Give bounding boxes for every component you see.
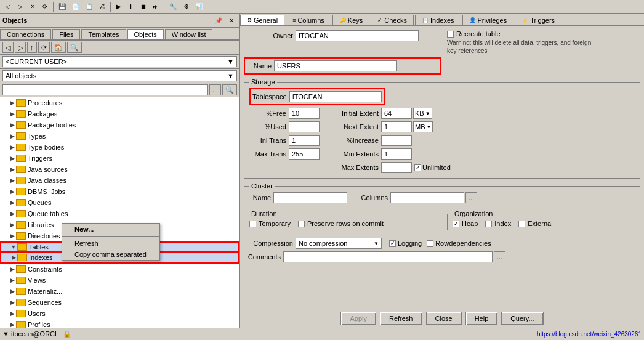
- tree-item-procedures[interactable]: ▶ Procedures: [0, 97, 239, 108]
- recreate-table-checkbox[interactable]: [447, 31, 454, 38]
- folder-icon-package-bodies: [16, 121, 26, 129]
- toolbar-btn-8[interactable]: 🖨: [97, 1, 108, 12]
- query-button[interactable]: Query...: [501, 312, 543, 325]
- tab-general[interactable]: ⚙ General: [240, 15, 284, 25]
- toolbar-btn-10[interactable]: ⏸: [126, 1, 137, 12]
- rowdep-checkbox[interactable]: [427, 240, 433, 247]
- tree-item-dbms-jobs[interactable]: ▶ DBMS_Jobs: [0, 186, 239, 197]
- next-extent-input[interactable]: [381, 121, 412, 132]
- tree-item-java-classes[interactable]: ▶ Java classes: [0, 175, 239, 186]
- search-input[interactable]: [2, 84, 208, 95]
- toolbar-btn-6[interactable]: 📄: [70, 1, 82, 12]
- initial-extent-unit-select[interactable]: KB ▼: [413, 108, 432, 119]
- close-panel-btn[interactable]: ✕: [226, 15, 237, 26]
- pin-btn[interactable]: 📌: [212, 15, 225, 26]
- nav-home-btn[interactable]: 🏠: [51, 42, 66, 53]
- search-icon-btn[interactable]: 🔍: [222, 84, 237, 95]
- tab-indexes[interactable]: 📋 Indexes: [415, 15, 461, 25]
- tab-triggers[interactable]: ⚡ Triggers: [515, 15, 561, 25]
- nav-forward-btn[interactable]: ▷: [15, 42, 26, 53]
- tab-templates[interactable]: Templates: [81, 29, 126, 39]
- index-checkbox[interactable]: [485, 221, 492, 227]
- nav-back-btn[interactable]: ◁: [2, 42, 14, 53]
- toolbar-btn-15[interactable]: 📊: [193, 1, 205, 12]
- toolbar-btn-3[interactable]: ✕: [27, 1, 38, 12]
- toolbar-btn-14[interactable]: ⚙: [180, 1, 191, 12]
- pct-increase-input[interactable]: [381, 135, 412, 146]
- external-checkbox[interactable]: [518, 221, 525, 227]
- preserve-rows-checkbox[interactable]: [298, 221, 305, 227]
- temporary-checkbox[interactable]: [249, 221, 256, 227]
- close-button[interactable]: Close: [426, 312, 462, 325]
- cluster-name-input[interactable]: [273, 192, 347, 203]
- toolbar-btn-7[interactable]: 📋: [83, 1, 95, 12]
- apply-button[interactable]: Apply: [340, 312, 376, 325]
- tab-connections[interactable]: Connections: [0, 29, 51, 39]
- tree-item-queue-tables[interactable]: ▶ Queue tables: [0, 208, 239, 219]
- toolbar-btn-5[interactable]: 💾: [56, 1, 68, 12]
- owner-input[interactable]: [296, 30, 419, 41]
- pct-free-input[interactable]: [289, 108, 320, 119]
- tree-item-profiles[interactable]: ▶ Profiles: [0, 319, 239, 328]
- comments-btn[interactable]: ...: [494, 251, 505, 262]
- tab-privileges[interactable]: 👤 Privileges: [462, 15, 514, 25]
- toolbar-btn-11[interactable]: ⏹: [138, 1, 149, 12]
- toolbar-btn-13[interactable]: 🔧: [167, 1, 179, 12]
- search-more-btn[interactable]: ...: [209, 84, 221, 95]
- max-trans-input[interactable]: [289, 148, 320, 160]
- expand-profiles: ▶: [9, 322, 16, 328]
- unlimited-checkbox[interactable]: [414, 164, 421, 171]
- tree-item-materializ[interactable]: ▶ Materializ...: [0, 286, 239, 297]
- pct-used-input[interactable]: [289, 121, 320, 132]
- tree-item-queues[interactable]: ▶ Queues: [0, 197, 239, 208]
- compression-select[interactable]: No compression ▼: [296, 238, 382, 249]
- context-menu-refresh[interactable]: Refresh: [62, 238, 159, 249]
- tree-item-triggers[interactable]: ▶ Triggers: [0, 153, 239, 164]
- ini-trans-row: Ini Trans: [249, 135, 320, 146]
- toolbar-btn-4[interactable]: ⟳: [39, 1, 50, 12]
- max-extents-input[interactable]: [381, 162, 412, 173]
- tree-item-java-sources[interactable]: ▶ Java sources: [0, 164, 239, 175]
- tab-files[interactable]: Files: [52, 29, 80, 39]
- tab-checks[interactable]: ✓ Checks: [371, 15, 414, 25]
- connection-lock: 🔒: [63, 330, 71, 338]
- tab-keys[interactable]: 🔑 Keys: [332, 15, 369, 25]
- current-user-dropdown[interactable]: <CURRENT USER> ▼: [2, 56, 237, 67]
- tree-item-package-bodies[interactable]: ▶ Package bodies: [0, 119, 239, 131]
- toolbar-btn-9[interactable]: ▶: [113, 1, 124, 12]
- initial-extent-input[interactable]: [381, 108, 412, 119]
- name-input[interactable]: [274, 60, 397, 71]
- help-button[interactable]: Help: [465, 312, 498, 325]
- toolbar-btn-12[interactable]: ⏭: [150, 1, 161, 12]
- tab-windowlist[interactable]: Window list: [165, 29, 213, 39]
- tree-item-constraints[interactable]: ▶ Constraints: [0, 264, 239, 275]
- nav-filter-btn[interactable]: 🔍: [67, 42, 82, 53]
- nav-refresh-btn[interactable]: ⟳: [38, 42, 50, 53]
- cluster-columns-input[interactable]: [390, 192, 464, 203]
- next-extent-unit-select[interactable]: MB ▼: [413, 121, 433, 132]
- context-menu-copy[interactable]: Copy comma separated: [62, 249, 159, 260]
- tree-item-packages[interactable]: ▶ Packages: [0, 108, 239, 119]
- tab-objects[interactable]: Objects: [127, 29, 164, 39]
- cluster-columns-btn[interactable]: ...: [465, 192, 477, 203]
- comments-input[interactable]: [283, 251, 493, 262]
- toolbar-btn-1[interactable]: ◁: [2, 1, 14, 12]
- all-objects-dropdown[interactable]: All objects ▼: [2, 70, 237, 81]
- tablespace-input[interactable]: [289, 91, 382, 102]
- tab-columns[interactable]: ≡ Columns: [286, 15, 331, 25]
- comments-row: Comments ...: [244, 251, 640, 262]
- folder-icon-sequences: [16, 299, 26, 306]
- logging-checkbox[interactable]: [389, 240, 396, 247]
- tree-item-sequences[interactable]: ▶ Sequences: [0, 297, 239, 308]
- toolbar-btn-2[interactable]: ▷: [15, 1, 26, 12]
- nav-up-btn[interactable]: ↑: [27, 42, 37, 53]
- tree-item-type-bodies[interactable]: ▶ Type bodies: [0, 142, 239, 153]
- min-extents-input[interactable]: [381, 148, 412, 160]
- ini-trans-input[interactable]: [289, 135, 320, 146]
- refresh-button[interactable]: Refresh: [380, 312, 422, 325]
- heap-checkbox[interactable]: [453, 221, 459, 227]
- tree-item-users[interactable]: ▶ Users: [0, 308, 239, 319]
- tree-item-views[interactable]: ▶ Views: [0, 275, 239, 286]
- context-menu-new[interactable]: New...: [62, 224, 159, 235]
- tree-item-types[interactable]: ▶ Types: [0, 131, 239, 142]
